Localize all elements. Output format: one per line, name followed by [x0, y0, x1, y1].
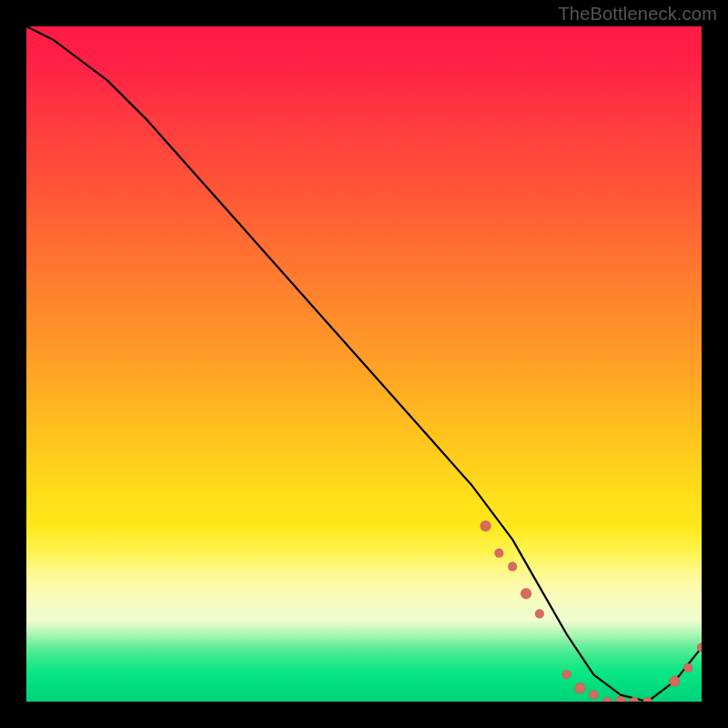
curve-layer: [26, 26, 702, 702]
data-point: [615, 696, 626, 702]
data-point: [508, 562, 517, 571]
data-point: [494, 549, 503, 558]
data-point: [589, 691, 598, 700]
data-point: [521, 588, 531, 599]
plot-area: [26, 26, 702, 702]
data-point: [535, 610, 544, 619]
data-point: [602, 697, 612, 702]
watermark-text: TheBottleneck.com: [558, 4, 717, 25]
data-point: [480, 521, 491, 531]
data-point: [697, 643, 702, 652]
data-point: [669, 676, 680, 687]
data-point: [683, 663, 693, 672]
data-point: [643, 697, 652, 702]
chart-frame: TheBottleneck.com: [0, 0, 728, 728]
data-point: [562, 670, 571, 679]
bottleneck-curve: [26, 26, 702, 702]
data-points: [480, 521, 702, 702]
data-point: [574, 682, 585, 693]
